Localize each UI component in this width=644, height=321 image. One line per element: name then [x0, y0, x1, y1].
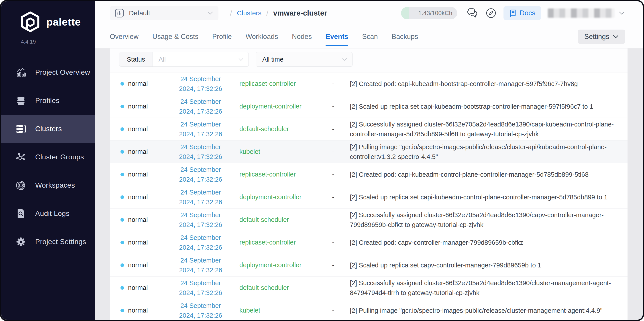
status-cell: normal [120, 148, 165, 156]
date-line-1: 24 September [165, 165, 236, 174]
date-line-1: 24 September [165, 301, 236, 311]
message-cell: [2] Scaled up replica set capv-controlle… [350, 260, 628, 270]
chevron-down-icon [342, 58, 348, 61]
table-row[interactable]: normal 24 September 2024, 17:32:26 kubel… [110, 141, 628, 163]
compass-icon [486, 7, 496, 19]
date-line-2: 2024, 17:32:26 [165, 152, 236, 161]
sidebar: palette 4.4.19 Project Overview [1, 1, 95, 320]
project-selector[interactable]: Default [110, 6, 218, 20]
source-cell: deployment-controller [236, 193, 316, 201]
date-line-2: 2024, 17:32:26 [165, 174, 236, 184]
tab-label: Workloads [246, 33, 278, 41]
dash-cell: - [316, 307, 350, 314]
breadcrumb-current: vmware-cluster [273, 9, 327, 17]
status-dot-icon [120, 286, 124, 290]
breadcrumb-separator: / [266, 9, 268, 17]
tab-profile[interactable]: Profile [212, 25, 232, 48]
date-line-2: 2024, 17:32:26 [165, 197, 236, 207]
date-cell: 24 September 2024, 17:32:26 [165, 187, 236, 207]
date-line-1: 24 September [165, 187, 236, 197]
date-cell: 24 September 2024, 17:32:26 [165, 74, 236, 94]
document-search-icon [16, 208, 26, 219]
sidebar-item-label: Project Overview [35, 68, 90, 76]
table-row[interactable]: normal 24 September 2024, 17:32:26 defau… [110, 208, 628, 231]
sidebar-item-label: Audit Logs [35, 209, 70, 218]
time-filter-select[interactable]: All time [256, 52, 352, 67]
sidebar-item-label: Cluster Groups [35, 153, 84, 161]
table-row[interactable]: normal 24 September 2024, 17:32:26 defau… [110, 118, 628, 141]
tab-scan[interactable]: Scan [362, 25, 378, 48]
tab-backups[interactable]: Backups [392, 25, 418, 48]
cluster-tabs-bar: OverviewUsage & CostsProfileWorkloadsNod… [95, 25, 643, 48]
status-value: normal [128, 125, 148, 133]
dash-cell: - [316, 171, 350, 178]
message-cell: [2] Created pod: capv-controller-manager… [350, 238, 628, 247]
sidebar-nav: Project Overview Profiles [1, 58, 95, 256]
user-menu[interactable] [548, 8, 625, 18]
breadcrumb-clusters-link[interactable]: Clusters [237, 9, 262, 17]
palette-logo-icon [20, 11, 40, 32]
status-value: normal [128, 307, 148, 314]
sidebar-item-label: Project Settings [35, 238, 86, 246]
status-cell: normal [120, 193, 165, 201]
status-cell: normal [120, 239, 165, 246]
book-icon [509, 9, 516, 17]
status-dot-icon [120, 218, 124, 222]
message-cell: [2] Scaled up replica set capi-kubeadm-c… [350, 192, 628, 202]
tab-nodes[interactable]: Nodes [292, 25, 312, 48]
feedback-chat-button[interactable] [466, 7, 479, 19]
status-value: normal [128, 171, 148, 178]
status-cell: normal [120, 103, 165, 110]
explore-button[interactable] [485, 7, 497, 19]
table-row[interactable]: normal 24 September 2024, 17:32:26 defau… [110, 277, 628, 299]
date-line-2: 2024, 17:32:26 [165, 129, 236, 139]
docs-button[interactable]: Docs [504, 6, 541, 20]
tab-overview[interactable]: Overview [110, 25, 138, 48]
top-bar: Default / Clusters / vmware-cluster 1.43… [95, 1, 643, 25]
tab-workloads[interactable]: Workloads [246, 25, 278, 48]
sidebar-item-profiles[interactable]: Profiles [1, 86, 95, 115]
table-row[interactable]: normal 24 September 2024, 17:32:26 repli… [110, 72, 628, 95]
tab-usage-costs[interactable]: Usage & Costs [152, 25, 198, 48]
sidebar-item-project-settings[interactable]: Project Settings [1, 228, 95, 256]
app-window: palette 4.4.19 Project Overview [0, 0, 644, 321]
settings-button[interactable]: Settings [578, 29, 625, 44]
sidebar-item-clusters[interactable]: Clusters [1, 115, 95, 143]
chevron-down-icon [618, 11, 625, 15]
breadcrumb-separator: / [230, 9, 232, 17]
dash-cell: - [316, 261, 350, 269]
status-dot-icon [120, 173, 124, 176]
table-row[interactable]: normal 24 September 2024, 17:32:26 deplo… [110, 186, 628, 208]
app-version: 4.4.19 [1, 32, 95, 45]
tab-label: Nodes [292, 33, 312, 41]
tab-label: Scan [362, 33, 378, 41]
usage-quota-value: 1.43/100kCh [418, 10, 452, 17]
brand-name: palette [46, 16, 81, 28]
dash-cell: - [316, 103, 350, 110]
table-row[interactable]: normal 24 September 2024, 17:32:26 deplo… [110, 95, 628, 118]
message-cell: [2] Pulling image "gcr.io/spectro-images… [350, 142, 628, 161]
source-cell: deployment-controller [236, 103, 316, 110]
source-cell: replicaset-controller [236, 239, 316, 246]
status-value: normal [128, 284, 148, 292]
table-row[interactable]: normal 24 September 2024, 17:32:26 repli… [110, 231, 628, 254]
status-cell: normal [120, 80, 165, 87]
stack-icon [16, 95, 26, 106]
sidebar-item-cluster-groups[interactable]: Cluster Groups [1, 143, 95, 171]
tab-events[interactable]: Events [326, 25, 348, 48]
date-line-1: 24 September [165, 278, 236, 288]
table-row[interactable]: normal 24 September 2024, 17:32:26 repli… [110, 163, 628, 186]
status-dot-icon [120, 105, 124, 108]
sidebar-item-audit-logs[interactable]: Audit Logs [1, 199, 95, 228]
table-row[interactable]: normal 24 September 2024, 17:32:26 kubel… [110, 299, 628, 320]
sidebar-item-workspaces[interactable]: Workspaces [1, 171, 95, 199]
sidebar-item-project-overview[interactable]: Project Overview [1, 58, 95, 86]
date-line-1: 24 September [165, 74, 236, 84]
table-row[interactable]: normal 24 September 2024, 17:32:26 deplo… [110, 254, 628, 277]
date-cell: 24 September 2024, 17:32:26 [165, 119, 236, 139]
tab-label: Events [326, 33, 348, 41]
status-dot-icon [120, 150, 124, 154]
status-value: normal [128, 80, 148, 87]
status-filter-select[interactable]: Status All [119, 52, 249, 67]
date-line-1: 24 September [165, 119, 236, 129]
